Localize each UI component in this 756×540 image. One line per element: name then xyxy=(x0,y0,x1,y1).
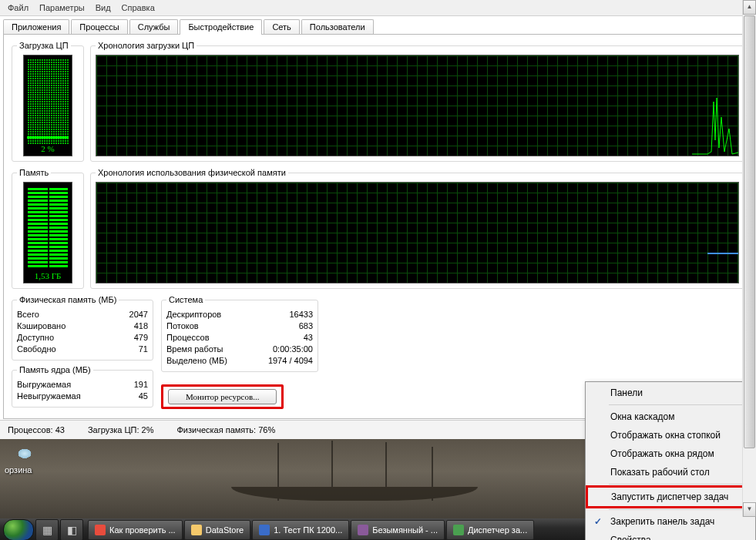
scroll-down-button[interactable]: ▼ xyxy=(743,502,756,517)
ctx-desktop[interactable]: Показать рабочий стол xyxy=(587,463,754,481)
taskbar-button[interactable]: Диспетчер за... xyxy=(446,520,534,540)
pin-explorer-icon[interactable]: ▦ xyxy=(35,519,59,540)
highlight-frame: Монитор ресурсов... xyxy=(161,384,284,409)
taskbar-button[interactable]: DataStore xyxy=(184,520,251,540)
cpu-value: 2 % xyxy=(24,144,72,153)
status-mem: Физическая память: 76% xyxy=(176,425,275,434)
stat-row: Выделено (МБ)1974 / 4094 xyxy=(166,355,313,367)
ctx-taskmgr[interactable]: Запустить диспетчер задач xyxy=(588,488,753,506)
tab-svcs[interactable]: Службы xyxy=(129,19,179,35)
taskbar-button[interactable]: 1. Тест ПК 1200... xyxy=(252,520,349,540)
mem-history-group: Хронология использования физической памя… xyxy=(90,168,744,289)
taskbar-button[interactable]: Безымянный - ... xyxy=(351,520,445,540)
stat-row: Процессов43 xyxy=(166,332,313,344)
mem-history-chart xyxy=(96,182,739,283)
ctx-stack[interactable]: Отображать окна стопкой xyxy=(587,426,754,444)
cpu-meter-title: Загрузка ЦП xyxy=(17,41,71,50)
ctx-panels[interactable]: Панели xyxy=(587,384,754,402)
tab-users[interactable]: Пользователи xyxy=(301,19,374,35)
stat-row: Невыгружаемая45 xyxy=(17,391,148,402)
cpu-meter-group: Загрузка ЦП 2 % xyxy=(12,41,84,162)
scroll-thumb[interactable] xyxy=(744,15,755,448)
stat-row: Время работы0:00:35:00 xyxy=(166,344,313,355)
cpu-hist-title: Хронология загрузки ЦП xyxy=(96,41,197,50)
recycle-bin-label: орзина xyxy=(5,465,32,475)
phys-mem-group: Физическая память (МБ) Всего2047Кэширова… xyxy=(12,295,153,361)
mem-meter-title: Память xyxy=(17,168,51,177)
menu-params[interactable]: Параметры xyxy=(39,3,85,12)
stat-row: Кэшировано418 xyxy=(17,320,148,332)
cpu-history-chart xyxy=(96,55,739,156)
mem-hist-title: Хронология использования физической памя… xyxy=(96,168,288,177)
start-button[interactable] xyxy=(3,519,34,540)
ctx-lock-taskbar[interactable]: Закрепить панель задач xyxy=(587,512,754,531)
stat-row: Дескрипторов16433 xyxy=(166,309,313,320)
scrollbar-vertical[interactable]: ▲ ▼ xyxy=(742,0,756,517)
ctx-side[interactable]: Отображать окна рядом xyxy=(587,444,754,463)
taskbar-context-menu: Панели Окна каскадом Отображать окна сто… xyxy=(585,381,756,540)
stat-row: Выгружаемая191 xyxy=(17,379,148,391)
ctx-cascade[interactable]: Окна каскадом xyxy=(587,408,754,426)
taskbar-button[interactable]: Как проверить ... xyxy=(88,520,183,540)
tab-net[interactable]: Сеть xyxy=(264,19,299,35)
system-group: Система Дескрипторов16433Потоков683Проце… xyxy=(161,295,318,372)
kernel-mem-group: Память ядра (МБ) Выгружаемая191Невыгружа… xyxy=(12,365,153,408)
menu-view[interactable]: Вид xyxy=(96,3,111,12)
system-title: Система xyxy=(166,295,205,304)
resource-monitor-button[interactable]: Монитор ресурсов... xyxy=(168,389,277,404)
mem-meter-group: Память 1,53 ГБ xyxy=(12,168,84,289)
mem-value: 1,53 ГБ xyxy=(24,271,72,280)
cpu-meter: 2 % xyxy=(23,55,72,156)
stat-row: Потоков683 xyxy=(166,320,313,332)
tab-apps[interactable]: Приложения xyxy=(3,19,69,35)
menu-help[interactable]: Справка xyxy=(122,3,155,12)
kernel-mem-title: Память ядра (МБ) xyxy=(17,365,93,374)
stat-row: Всего2047 xyxy=(17,309,148,320)
stat-row: Доступно479 xyxy=(17,332,148,344)
phys-mem-title: Физическая память (МБ) xyxy=(17,295,119,304)
pin-app-icon[interactable]: ◧ xyxy=(60,519,83,540)
ctx-properties[interactable]: Свойства xyxy=(587,531,754,540)
cpu-history-group: Хронология загрузки ЦП xyxy=(90,41,744,162)
status-cpu: Загрузка ЦП: 2% xyxy=(88,425,154,434)
status-procs: Процессов: 43 xyxy=(8,425,65,434)
mem-meter: 1,53 ГБ xyxy=(23,182,72,283)
scroll-up-button[interactable]: ▲ xyxy=(743,0,756,15)
stat-row: Свободно71 xyxy=(17,344,148,355)
menu-file[interactable]: Файл xyxy=(8,3,29,12)
tab-perf[interactable]: Быстродействие xyxy=(180,19,262,35)
tab-procs[interactable]: Процессы xyxy=(71,19,127,35)
